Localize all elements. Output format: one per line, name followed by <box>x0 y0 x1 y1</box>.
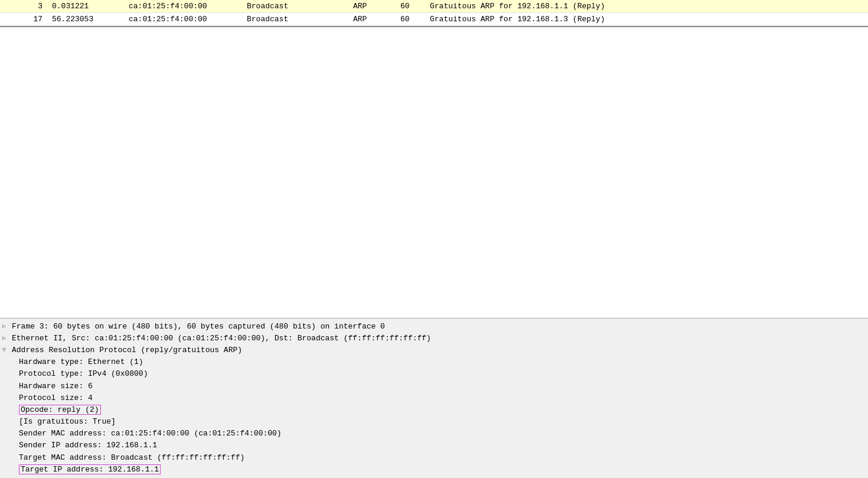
packet-info: Gratuitous ARP for 192.168.1.1 (Reply) <box>430 2 863 11</box>
arp-field-target-ip[interactable]: Target IP address: 192.168.1.1 <box>0 464 868 476</box>
empty-area <box>0 27 868 318</box>
packet-dst: Broadcast <box>247 15 353 24</box>
ethernet-text: Ethernet II, Src: ca:01:25:f4:00:00 (ca:… <box>12 333 431 344</box>
field-label: Protocol size: 4 <box>19 393 93 404</box>
packet-time: 56.223053 <box>52 15 129 24</box>
expand-icon: ▷ <box>2 323 11 331</box>
ethernet-row[interactable]: ▷ Ethernet II, Src: ca:01:25:f4:00:00 (c… <box>0 333 868 344</box>
frame-text: Frame 3: 60 bytes on wire (480 bits), 60… <box>12 321 385 332</box>
packet-row[interactable]: 3 0.031221 ca:01:25:f4:00:00 Broadcast A… <box>0 0 868 13</box>
packet-info: Gratuitous ARP for 192.168.1.3 (Reply) <box>430 15 863 24</box>
field-label: Opcode: reply (2) <box>19 405 101 415</box>
field-label: [Is gratuitous: True] <box>19 417 116 427</box>
arp-field-hardware-type[interactable]: Hardware type: Ethernet (1) <box>0 356 868 368</box>
expand-icon: ▽ <box>2 346 11 355</box>
expand-icon: ▷ <box>2 334 11 343</box>
arp-row[interactable]: ▽ Address Resolution Protocol (reply/gra… <box>0 344 868 356</box>
packet-dst: Broadcast <box>247 2 353 11</box>
packet-src: ca:01:25:f4:00:00 <box>129 15 247 24</box>
frame-row[interactable]: ▷ Frame 3: 60 bytes on wire (480 bits), … <box>0 321 868 333</box>
packet-list: 3 0.031221 ca:01:25:f4:00:00 Broadcast A… <box>0 0 868 27</box>
field-label: Protocol type: IPv4 (0x0800) <box>19 369 148 379</box>
arp-field-protocol-type[interactable]: Protocol type: IPv4 (0x0800) <box>0 368 868 380</box>
packet-no: 3 <box>5 2 52 11</box>
target-ip-highlight: Target IP address: 192.168.1.1 <box>19 464 161 474</box>
arp-field-protocol-size[interactable]: Protocol size: 4 <box>0 392 868 404</box>
arp-field-hardware-size[interactable]: Hardware size: 6 <box>0 381 868 392</box>
field-label: Target MAC address: Broadcast (ff:ff:ff:… <box>19 453 244 463</box>
packet-src: ca:01:25:f4:00:00 <box>129 2 247 11</box>
field-label: Sender IP address: 192.168.1.1 <box>19 440 157 451</box>
packet-detail: ▷ Frame 3: 60 bytes on wire (480 bits), … <box>0 318 868 478</box>
arp-field-opcode[interactable]: Opcode: reply (2) <box>0 404 868 416</box>
arp-field-sender-mac[interactable]: Sender MAC address: ca:01:25:f4:00:00 (c… <box>0 428 868 440</box>
arp-field-is-gratuitous[interactable]: [Is gratuitous: True] <box>0 416 868 428</box>
packet-proto: ARP <box>353 2 400 11</box>
packet-no: 17 <box>5 15 52 24</box>
arp-text: Address Resolution Protocol (reply/gratu… <box>12 345 242 356</box>
field-label: Hardware size: 6 <box>19 381 93 392</box>
packet-row[interactable]: 17 56.223053 ca:01:25:f4:00:00 Broadcast… <box>0 13 868 26</box>
packet-time: 0.031221 <box>52 2 129 11</box>
packet-len: 60 <box>400 2 430 11</box>
opcode-highlight: Opcode: reply (2) <box>19 405 101 415</box>
field-label: Sender MAC address: ca:01:25:f4:00:00 (c… <box>19 428 282 439</box>
arp-field-target-mac[interactable]: Target MAC address: Broadcast (ff:ff:ff:… <box>0 452 868 464</box>
field-label: Hardware type: Ethernet (1) <box>19 357 143 368</box>
field-label: Target IP address: 192.168.1.1 <box>19 464 161 475</box>
arp-field-sender-ip[interactable]: Sender IP address: 192.168.1.1 <box>0 440 868 451</box>
packet-len: 60 <box>400 15 430 24</box>
packet-proto: ARP <box>353 15 400 24</box>
